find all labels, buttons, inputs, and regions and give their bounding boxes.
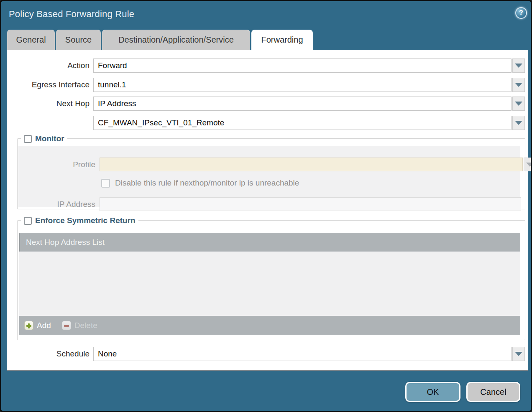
add-button[interactable]: Add [24, 321, 51, 330]
profile-dropdown-button [524, 158, 532, 171]
enforce-symmetric-return-section: Enforce Symmetric Return Next Hop Addres… [17, 220, 525, 340]
tab-general-label: General [16, 35, 46, 45]
next-hop-address-list-table: Next Hop Address List Add Delete [19, 233, 520, 335]
enforce-symmetric-return-checkbox[interactable] [24, 217, 32, 225]
chevron-down-icon [515, 102, 522, 106]
chevron-down-icon [526, 163, 532, 167]
table-header-label: Next Hop Address List [26, 238, 105, 247]
table-header: Next Hop Address List [19, 233, 520, 252]
chevron-down-icon [515, 83, 522, 87]
schedule-dropdown-button[interactable] [512, 347, 525, 361]
disable-rule-label: Disable this rule if nexthop/monitor ip … [115, 178, 299, 188]
ip-address-label: IP Address [18, 197, 95, 211]
next-hop-address-input[interactable] [93, 116, 512, 130]
ip-address-input [100, 197, 521, 211]
chevron-down-icon [515, 121, 522, 125]
profile-input [100, 158, 523, 171]
enforce-symmetric-return-legend: Enforce Symmetric Return [21, 216, 138, 226]
forwarding-tab-panel: Action Egress Interface Next Hop [7, 50, 528, 371]
tab-source[interactable]: Source [56, 30, 101, 50]
cancel-button[interactable]: Cancel [466, 382, 520, 402]
next-hop-combo [93, 97, 525, 111]
delete-button: Delete [62, 321, 97, 330]
next-hop-label: Next Hop [7, 97, 90, 111]
monitor-inner-panel: Profile Disable this rule if nexthop/mon… [18, 146, 520, 207]
action-input[interactable] [93, 58, 512, 73]
table-footer: Add Delete [19, 316, 520, 335]
tab-destination-application-service-label: Destination/Application/Service [118, 35, 234, 45]
next-hop-input[interactable] [93, 97, 512, 111]
add-button-label: Add [37, 321, 51, 330]
question-mark-glyph: ? [519, 9, 523, 17]
enforce-symmetric-return-legend-label: Enforce Symmetric Return [35, 216, 136, 225]
next-hop-dropdown-button[interactable] [512, 97, 525, 111]
table-body[interactable] [19, 252, 520, 316]
monitor-checkbox[interactable] [24, 135, 32, 143]
monitor-legend-label: Monitor [35, 134, 64, 143]
schedule-label: Schedule [7, 347, 90, 361]
tab-forwarding-label: Forwarding [261, 35, 303, 45]
next-hop-address-combo [93, 116, 525, 130]
delete-button-label: Delete [74, 321, 97, 330]
policy-based-forwarding-dialog: Policy Based Forwarding Rule ? General S… [0, 0, 532, 412]
minus-icon [62, 321, 71, 330]
egress-interface-label: Egress Interface [7, 78, 90, 92]
egress-interface-combo [93, 78, 525, 92]
action-label: Action [7, 58, 90, 73]
ok-button[interactable]: OK [405, 382, 460, 402]
tab-general[interactable]: General [7, 30, 55, 50]
dialog-title: Policy Based Forwarding Rule [9, 9, 134, 20]
tab-forwarding[interactable]: Forwarding [251, 30, 313, 50]
help-icon[interactable]: ? [515, 7, 527, 19]
monitor-legend: Monitor [21, 134, 67, 144]
plus-icon [24, 321, 33, 330]
egress-interface-input[interactable] [93, 78, 512, 92]
disable-rule-checkbox [101, 179, 110, 188]
disable-rule-row: Disable this rule if nexthop/monitor ip … [101, 178, 299, 188]
chevron-down-icon [515, 64, 522, 68]
monitor-section: Monitor Profile Disable this rule if nex… [17, 138, 525, 209]
action-combo [93, 58, 525, 73]
next-hop-address-dropdown-button[interactable] [512, 116, 525, 130]
tab-destination-application-service[interactable]: Destination/Application/Service [102, 30, 250, 50]
profile-combo [100, 158, 532, 171]
profile-label: Profile [18, 158, 95, 171]
schedule-combo [93, 347, 525, 361]
schedule-input[interactable] [93, 347, 512, 361]
egress-interface-dropdown-button[interactable] [512, 78, 525, 92]
action-dropdown-button[interactable] [512, 58, 525, 73]
chevron-down-icon [515, 352, 522, 356]
tab-source-label: Source [65, 35, 92, 45]
